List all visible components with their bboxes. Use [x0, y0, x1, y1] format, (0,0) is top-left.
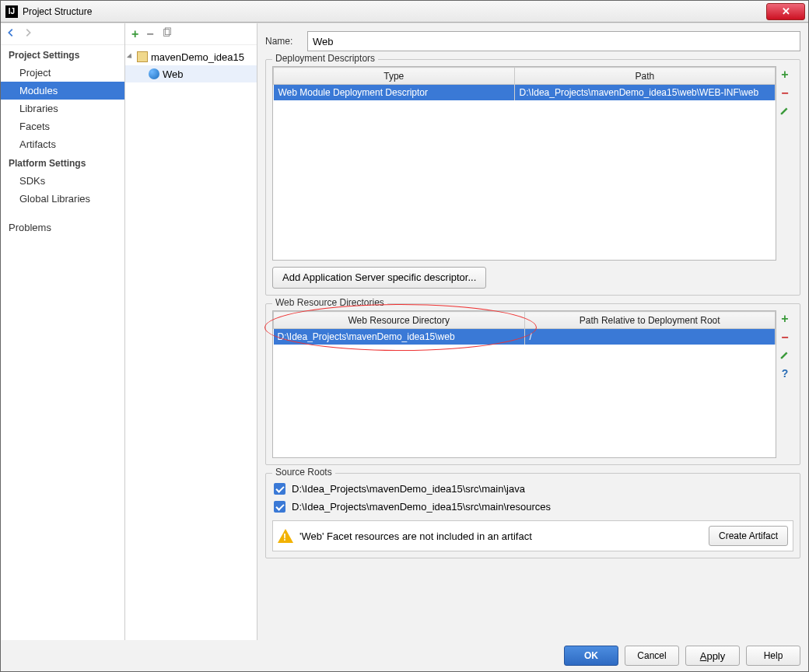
tree-module-row[interactable]: mavenDemo_idea15 — [125, 48, 257, 65]
remove-icon[interactable]: − — [146, 27, 153, 41]
create-artifact-button[interactable]: Create Artifact — [709, 526, 788, 546]
close-button[interactable]: ✕ — [766, 3, 805, 20]
sidebar-group-platform-settings: Platform Settings — [1, 153, 124, 172]
app-icon: IJ — [5, 5, 18, 18]
name-label: Name: — [265, 36, 307, 47]
source-root-path: D:\Idea_Projects\mavenDemo_idea15\src\ma… — [292, 501, 551, 513]
module-icon — [137, 51, 148, 62]
web-icon — [149, 68, 159, 79]
add-server-descriptor-button[interactable]: Add Application Server specific descript… — [272, 267, 486, 289]
edit-webres-icon[interactable] — [779, 349, 790, 362]
sidebar-item-artifacts[interactable]: Artifacts — [1, 135, 124, 153]
source-roots-group: Source Roots D:\Idea_Projects\mavenDemo_… — [265, 473, 800, 558]
checkbox-checked[interactable] — [274, 501, 285, 513]
deployment-descriptors-group: Deployment Descriptors Type Path Web Mod — [265, 59, 800, 296]
dialog-footer: OK Cancel Apply Help — [1, 640, 808, 671]
sidebar-item-project[interactable]: Project — [1, 64, 124, 82]
help-icon[interactable]: ? — [782, 367, 789, 380]
web-resource-directories-group: Web Resource Directories Web Resource Di… — [265, 303, 800, 465]
expand-icon[interactable] — [127, 53, 134, 60]
nav-back-icon[interactable] — [5, 27, 16, 40]
tree-module-label: mavenDemo_idea15 — [151, 51, 244, 63]
help-button[interactable]: Help — [746, 646, 800, 666]
group-legend: Deployment Descriptors — [272, 53, 378, 64]
main-content: Name: Deployment Descriptors Type Path — [257, 23, 808, 640]
apply-button[interactable]: Apply — [685, 646, 740, 666]
add-icon[interactable]: + — [131, 27, 138, 41]
web-resource-table[interactable]: Web Resource Directory Path Relative to … — [272, 310, 776, 458]
checkbox-checked[interactable] — [274, 483, 285, 495]
window-title: Project Structure — [23, 6, 92, 17]
warning-text: 'Web' Facet resources are not included i… — [299, 530, 702, 542]
sidebar-item-modules[interactable]: Modules — [1, 82, 124, 100]
source-root-entry[interactable]: D:\Idea_Projects\mavenDemo_idea15\src\ma… — [272, 498, 793, 516]
sidebar-item-problems[interactable]: Problems — [1, 219, 124, 236]
settings-sidebar: Project Settings Project Modules Librari… — [1, 23, 125, 640]
col-path[interactable]: Path — [514, 68, 775, 85]
copy-icon[interactable] — [162, 27, 173, 40]
sidebar-item-facets[interactable]: Facets — [1, 117, 124, 135]
module-tree-pane: + − mavenDemo_idea15 Web — [125, 23, 257, 640]
sidebar-item-sdks[interactable]: SDKs — [1, 172, 124, 190]
group-legend: Source Roots — [272, 467, 335, 478]
cancel-button[interactable]: Cancel — [625, 646, 679, 666]
web-resource-dir-input[interactable] — [274, 330, 524, 344]
add-webres-icon[interactable]: + — [781, 312, 788, 326]
sidebar-item-global-libraries[interactable]: Global Libraries — [1, 190, 124, 208]
tree-facet-web-row[interactable]: Web — [125, 65, 257, 82]
tree-facet-label: Web — [163, 68, 184, 80]
cell-path: D:\Idea_Projects\mavenDemo_idea15\web\WE… — [514, 85, 775, 100]
sidebar-item-libraries[interactable]: Libraries — [1, 100, 124, 117]
sidebar-group-project-settings: Project Settings — [1, 45, 124, 64]
remove-descriptor-icon[interactable]: − — [781, 86, 788, 100]
col-type[interactable]: Type — [274, 68, 515, 85]
edit-descriptor-icon[interactable] — [779, 105, 790, 118]
table-row[interactable]: Web Module Deployment Descriptor D:\Idea… — [274, 85, 776, 100]
add-descriptor-icon[interactable]: + — [781, 68, 788, 82]
deployment-descriptors-table[interactable]: Type Path Web Module Deployment Descript… — [272, 66, 776, 261]
source-root-entry[interactable]: D:\Idea_Projects\mavenDemo_idea15\src\ma… — [272, 480, 793, 498]
cell-web-resource-dir — [274, 329, 525, 345]
cell-type: Web Module Deployment Descriptor — [274, 85, 515, 100]
source-root-path: D:\Idea_Projects\mavenDemo_idea15\src\ma… — [292, 483, 525, 495]
nav-forward-icon[interactable] — [23, 27, 33, 40]
remove-webres-icon[interactable]: − — [781, 331, 788, 345]
col-web-resource-dir[interactable]: Web Resource Directory — [274, 312, 525, 329]
group-legend: Web Resource Directories — [272, 297, 387, 308]
table-row[interactable]: / — [274, 329, 776, 345]
col-path-relative[interactable]: Path Relative to Deployment Root — [524, 312, 776, 329]
titlebar: IJ Project Structure ✕ — [1, 1, 808, 23]
warning-row: 'Web' Facet resources are not included i… — [272, 520, 793, 551]
ok-button[interactable]: OK — [564, 646, 618, 666]
warning-icon — [278, 529, 293, 543]
facet-name-input[interactable] — [307, 31, 800, 51]
cell-path-relative: / — [524, 329, 776, 345]
